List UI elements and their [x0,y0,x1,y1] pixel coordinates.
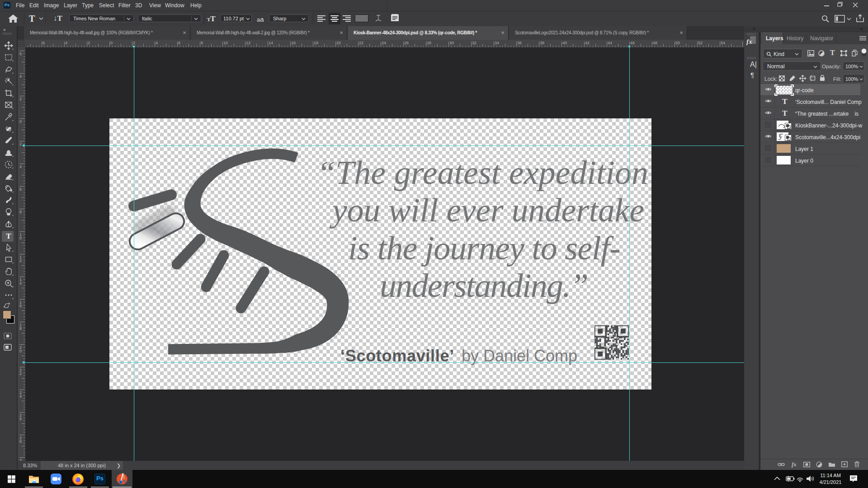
svg-text:T: T [6,232,11,240]
